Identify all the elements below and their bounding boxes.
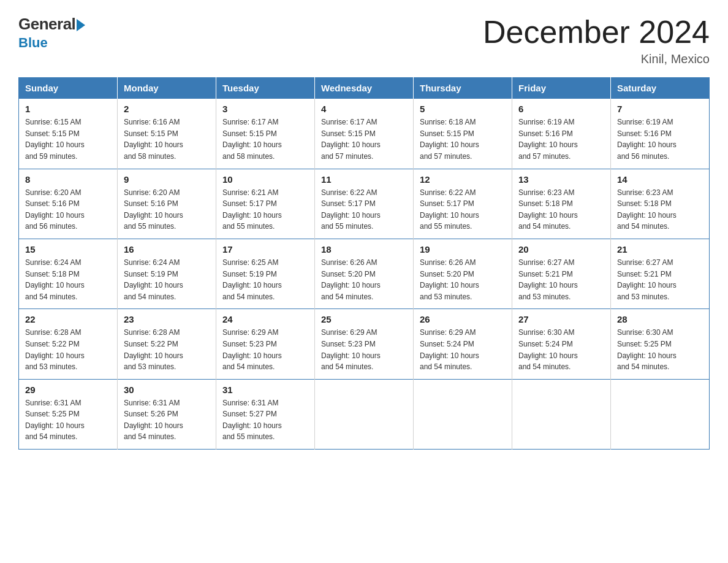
calendar-day-cell: 15Sunrise: 6:24 AMSunset: 5:18 PMDayligh… <box>19 239 118 308</box>
day-number: 30 <box>124 385 210 395</box>
day-info: Sunrise: 6:22 AMSunset: 5:17 PMDaylight:… <box>420 187 506 232</box>
day-info: Sunrise: 6:29 AMSunset: 5:24 PMDaylight:… <box>420 327 506 372</box>
day-number: 9 <box>124 174 210 185</box>
day-info: Sunrise: 6:23 AMSunset: 5:18 PMDaylight:… <box>518 187 604 232</box>
day-number: 2 <box>124 104 210 114</box>
day-number: 10 <box>222 174 308 185</box>
month-title: December 2024 <box>483 15 710 50</box>
day-number: 6 <box>518 104 604 114</box>
calendar-week-row: 8Sunrise: 6:20 AMSunset: 5:16 PMDaylight… <box>19 169 710 239</box>
day-info: Sunrise: 6:30 AMSunset: 5:25 PMDaylight:… <box>617 327 703 372</box>
day-number: 20 <box>518 244 604 255</box>
day-number: 31 <box>222 385 308 395</box>
logo: General Blue <box>18 15 85 51</box>
day-info: Sunrise: 6:17 AMSunset: 5:15 PMDaylight:… <box>321 117 407 162</box>
day-info: Sunrise: 6:31 AMSunset: 5:25 PMDaylight:… <box>25 397 111 443</box>
calendar-day-cell: 3Sunrise: 6:17 AMSunset: 5:15 PMDaylight… <box>216 99 315 169</box>
day-info: Sunrise: 6:16 AMSunset: 5:15 PMDaylight:… <box>124 117 210 162</box>
day-info: Sunrise: 6:29 AMSunset: 5:23 PMDaylight:… <box>222 327 308 372</box>
calendar-day-cell: 2Sunrise: 6:16 AMSunset: 5:15 PMDaylight… <box>118 99 216 169</box>
logo-general-text: General <box>18 15 75 34</box>
calendar-day-cell: 26Sunrise: 6:29 AMSunset: 5:24 PMDayligh… <box>414 309 512 379</box>
calendar-day-cell: 31Sunrise: 6:31 AMSunset: 5:27 PMDayligh… <box>216 379 315 449</box>
day-number: 8 <box>25 174 111 185</box>
day-info: Sunrise: 6:18 AMSunset: 5:15 PMDaylight:… <box>420 117 506 162</box>
day-number: 14 <box>617 174 703 185</box>
day-info: Sunrise: 6:25 AMSunset: 5:19 PMDaylight:… <box>222 257 308 302</box>
calendar-day-cell: 24Sunrise: 6:29 AMSunset: 5:23 PMDayligh… <box>216 309 315 379</box>
day-number: 29 <box>25 385 111 395</box>
day-number: 17 <box>222 244 308 255</box>
calendar-week-row: 15Sunrise: 6:24 AMSunset: 5:18 PMDayligh… <box>19 239 710 308</box>
day-info: Sunrise: 6:26 AMSunset: 5:20 PMDaylight:… <box>321 257 407 302</box>
calendar-day-cell: 8Sunrise: 6:20 AMSunset: 5:16 PMDaylight… <box>19 169 118 239</box>
calendar-day-cell: 20Sunrise: 6:27 AMSunset: 5:21 PMDayligh… <box>512 239 611 308</box>
title-block: December 2024 Kinil, Mexico <box>483 15 710 66</box>
day-info: Sunrise: 6:26 AMSunset: 5:20 PMDaylight:… <box>420 257 506 302</box>
day-number: 15 <box>25 244 111 255</box>
calendar-day-cell: 11Sunrise: 6:22 AMSunset: 5:17 PMDayligh… <box>315 169 414 239</box>
day-number: 28 <box>617 314 703 324</box>
calendar-day-cell <box>512 379 611 449</box>
day-info: Sunrise: 6:22 AMSunset: 5:17 PMDaylight:… <box>321 187 407 232</box>
day-info: Sunrise: 6:21 AMSunset: 5:17 PMDaylight:… <box>222 187 308 232</box>
day-info: Sunrise: 6:31 AMSunset: 5:26 PMDaylight:… <box>124 397 210 443</box>
calendar-day-header: Sunday <box>19 78 118 99</box>
calendar-week-row: 1Sunrise: 6:15 AMSunset: 5:15 PMDaylight… <box>19 99 710 169</box>
calendar-table: SundayMondayTuesdayWednesdayThursdayFrid… <box>18 77 710 450</box>
day-info: Sunrise: 6:27 AMSunset: 5:21 PMDaylight:… <box>617 257 703 302</box>
calendar-day-cell: 22Sunrise: 6:28 AMSunset: 5:22 PMDayligh… <box>19 309 118 379</box>
calendar-day-cell: 4Sunrise: 6:17 AMSunset: 5:15 PMDaylight… <box>315 99 414 169</box>
calendar-day-header: Thursday <box>414 78 512 99</box>
logo-triangle-icon <box>77 19 85 31</box>
day-number: 12 <box>420 174 506 185</box>
calendar-day-cell: 30Sunrise: 6:31 AMSunset: 5:26 PMDayligh… <box>118 379 216 449</box>
day-info: Sunrise: 6:24 AMSunset: 5:18 PMDaylight:… <box>25 257 111 302</box>
calendar-day-cell: 21Sunrise: 6:27 AMSunset: 5:21 PMDayligh… <box>611 239 710 308</box>
day-info: Sunrise: 6:27 AMSunset: 5:21 PMDaylight:… <box>518 257 604 302</box>
day-number: 4 <box>321 104 407 114</box>
calendar-day-cell: 17Sunrise: 6:25 AMSunset: 5:19 PMDayligh… <box>216 239 315 308</box>
calendar-day-cell: 10Sunrise: 6:21 AMSunset: 5:17 PMDayligh… <box>216 169 315 239</box>
day-number: 23 <box>124 314 210 324</box>
day-number: 24 <box>222 314 308 324</box>
day-number: 27 <box>518 314 604 324</box>
calendar-day-header: Friday <box>512 78 611 99</box>
location-label: Kinil, Mexico <box>483 52 710 66</box>
calendar-day-cell: 18Sunrise: 6:26 AMSunset: 5:20 PMDayligh… <box>315 239 414 308</box>
calendar-day-cell: 23Sunrise: 6:28 AMSunset: 5:22 PMDayligh… <box>118 309 216 379</box>
day-number: 18 <box>321 244 407 255</box>
calendar-day-header: Saturday <box>611 78 710 99</box>
calendar-day-cell: 13Sunrise: 6:23 AMSunset: 5:18 PMDayligh… <box>512 169 611 239</box>
day-info: Sunrise: 6:30 AMSunset: 5:24 PMDaylight:… <box>518 327 604 372</box>
day-number: 21 <box>617 244 703 255</box>
calendar-day-header: Wednesday <box>315 78 414 99</box>
day-info: Sunrise: 6:20 AMSunset: 5:16 PMDaylight:… <box>124 187 210 232</box>
day-number: 26 <box>420 314 506 324</box>
calendar-day-header: Monday <box>118 78 216 99</box>
day-info: Sunrise: 6:28 AMSunset: 5:22 PMDaylight:… <box>25 327 111 372</box>
day-info: Sunrise: 6:23 AMSunset: 5:18 PMDaylight:… <box>617 187 703 232</box>
calendar-day-cell: 19Sunrise: 6:26 AMSunset: 5:20 PMDayligh… <box>414 239 512 308</box>
calendar-day-cell: 12Sunrise: 6:22 AMSunset: 5:17 PMDayligh… <box>414 169 512 239</box>
logo-blue-text: Blue <box>18 35 48 51</box>
day-number: 25 <box>321 314 407 324</box>
page-header: General Blue December 2024 Kinil, Mexico <box>18 15 710 66</box>
calendar-day-cell: 29Sunrise: 6:31 AMSunset: 5:25 PMDayligh… <box>19 379 118 449</box>
calendar-day-cell: 9Sunrise: 6:20 AMSunset: 5:16 PMDaylight… <box>118 169 216 239</box>
calendar-day-header: Tuesday <box>216 78 315 99</box>
day-info: Sunrise: 6:19 AMSunset: 5:16 PMDaylight:… <box>518 117 604 162</box>
day-info: Sunrise: 6:17 AMSunset: 5:15 PMDaylight:… <box>222 117 308 162</box>
calendar-day-cell <box>315 379 414 449</box>
day-info: Sunrise: 6:24 AMSunset: 5:19 PMDaylight:… <box>124 257 210 302</box>
day-number: 1 <box>25 104 111 114</box>
day-info: Sunrise: 6:29 AMSunset: 5:23 PMDaylight:… <box>321 327 407 372</box>
day-number: 7 <box>617 104 703 114</box>
day-number: 19 <box>420 244 506 255</box>
calendar-day-cell: 27Sunrise: 6:30 AMSunset: 5:24 PMDayligh… <box>512 309 611 379</box>
day-info: Sunrise: 6:19 AMSunset: 5:16 PMDaylight:… <box>617 117 703 162</box>
day-number: 13 <box>518 174 604 185</box>
day-info: Sunrise: 6:31 AMSunset: 5:27 PMDaylight:… <box>222 397 308 443</box>
calendar-header-row: SundayMondayTuesdayWednesdayThursdayFrid… <box>19 78 710 99</box>
calendar-day-cell: 6Sunrise: 6:19 AMSunset: 5:16 PMDaylight… <box>512 99 611 169</box>
